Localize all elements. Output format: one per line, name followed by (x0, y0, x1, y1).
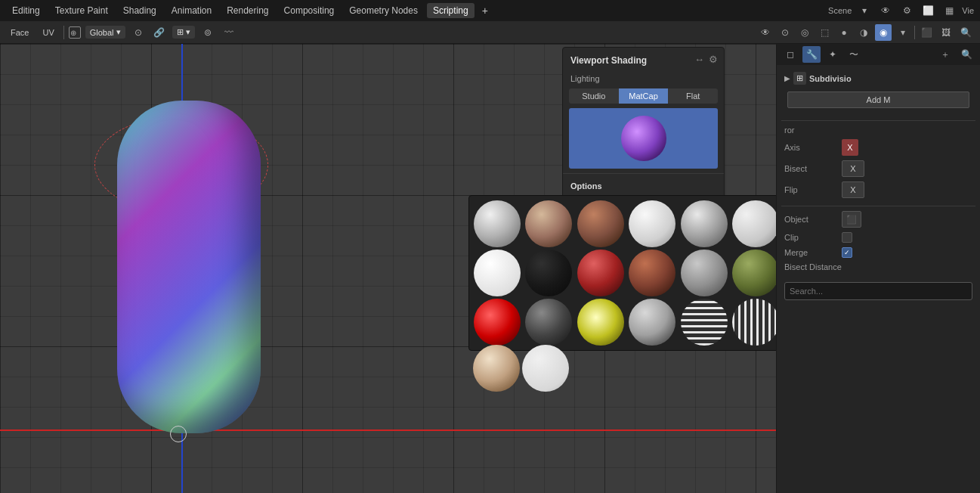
merge-checkbox[interactable]: ✓ (842, 247, 852, 258)
menu-add-button[interactable]: + (478, 2, 493, 19)
add-modifier-button[interactable]: Add M (787, 91, 969, 108)
snap-dropdown[interactable]: ⊞▾ (172, 26, 195, 39)
matcap-ball-21[interactable] (473, 345, 520, 392)
bisect-value[interactable]: X (842, 160, 864, 177)
matcap-ball-7[interactable] (474, 250, 521, 296)
matcap-row-4 (473, 345, 569, 392)
menu-scripting[interactable]: Scripting (427, 3, 475, 18)
gizmo-icon[interactable]: ◎ (796, 24, 813, 41)
matcap-ball-18[interactable] (681, 299, 728, 346)
add-modifier-icon[interactable]: ＋ (936, 46, 954, 63)
matcap-ball-3[interactable] (629, 200, 675, 247)
search-toolbar[interactable]: 🔍 (957, 24, 974, 41)
bisect-row: Bisect X (781, 159, 975, 178)
snap-icon[interactable]: 🔗 (151, 24, 168, 41)
matcap-ball-11[interactable] (681, 250, 728, 296)
shading-rendered[interactable]: ◉ (875, 24, 892, 41)
matcap-ball-8[interactable] (525, 250, 572, 296)
3d-object-container (117, 101, 268, 448)
pivot-icon[interactable]: ⊙ (130, 24, 147, 41)
matcap-ball-15[interactable] (525, 299, 572, 346)
view-icon[interactable]: 👁 (877, 2, 894, 19)
viewport-overlay-icon[interactable]: ⊙ (777, 24, 793, 41)
matcap-ball-12[interactable] (732, 250, 776, 296)
matcap-preview[interactable] (569, 108, 718, 169)
subdivision-header[interactable]: ▶ ⊞ Subdivisio (781, 70, 975, 87)
scene-dropdown[interactable]: ▾ (856, 2, 873, 19)
right-panel-action-icons: ＋ 🔍 (936, 46, 975, 63)
menu-compositing[interactable]: Compositing (278, 3, 341, 18)
shading-material[interactable]: ◑ (855, 24, 872, 41)
flip-value[interactable]: X (842, 181, 864, 198)
shading-arrows-icon[interactable]: ↔ (694, 54, 704, 65)
view-options[interactable]: 👁 (757, 24, 774, 41)
menu-rendering[interactable]: Rendering (221, 3, 274, 18)
matcap-ball-19[interactable] (732, 299, 776, 346)
menu-shading[interactable]: Shading (117, 3, 162, 18)
matcap-preview-ball (621, 116, 666, 161)
matcap-ball-5[interactable] (732, 200, 776, 247)
viewport-shading-dropdown[interactable]: ▾ (895, 24, 911, 41)
subdivision-section: ▶ ⊞ Subdivisio Add M (781, 70, 975, 114)
search-modifier-icon[interactable]: 🔍 (957, 46, 975, 63)
shading-tabs: Studio MatCap Flat (569, 88, 718, 104)
flip-label: Flip (784, 185, 837, 194)
shading-solid[interactable]: ● (836, 24, 852, 41)
matcap-ball-1[interactable] (525, 200, 572, 247)
matcap-ball-14[interactable] (474, 299, 521, 346)
settings-icon[interactable]: ⚙ (898, 2, 915, 19)
object-icon[interactable]: ⬛ (842, 211, 861, 228)
matcap-ball-22[interactable] (522, 345, 569, 392)
matcap-ball-17[interactable] (629, 299, 675, 346)
shading-wire[interactable]: ⬚ (816, 24, 833, 41)
viewport[interactable]: Viewport Shading ↔ ⚙ Lighting Studio Mat… (0, 44, 776, 493)
tab-matcap[interactable]: MatCap (619, 88, 669, 104)
add-modifier-row: Add M (784, 90, 972, 110)
particle-icon[interactable]: ✦ (824, 46, 842, 63)
clip-checkbox[interactable] (842, 232, 852, 243)
subdiv-checkbox-icon[interactable]: ⊞ (793, 72, 806, 85)
merge-checkmark: ✓ (844, 249, 850, 256)
transform-orientation-icon[interactable]: ⊕ (69, 26, 81, 39)
matcap-ball-10[interactable] (629, 250, 675, 296)
mesh-object[interactable] (117, 101, 261, 433)
layout-icon[interactable]: ▦ (941, 2, 957, 19)
shading-panel-icons: ↔ ⚙ (694, 54, 718, 65)
matcap-ball-9[interactable] (577, 250, 624, 296)
clip-label: Clip (784, 233, 837, 242)
toolbar-uv[interactable]: UV (38, 26, 58, 39)
subdivision-collapse-icon: ▶ (784, 74, 790, 82)
tab-flat[interactable]: Flat (668, 88, 718, 104)
matcap-ball-2[interactable] (577, 200, 624, 247)
modifier-icon[interactable]: 🔧 (802, 46, 821, 63)
falloff-icon[interactable]: 〰 (221, 24, 237, 41)
matcap-ball-4[interactable] (681, 200, 728, 247)
flip-row: Flip X (781, 180, 975, 200)
global-dropdown[interactable]: Global ▾ (85, 26, 125, 39)
matcap-ball-0[interactable] (474, 200, 521, 247)
window-icon[interactable]: ⬜ (920, 2, 936, 19)
object-context-icon[interactable]: ◻ (781, 46, 799, 63)
proportional-icon[interactable]: ⊚ (199, 24, 216, 41)
right-panel-content: ▶ ⊞ Subdivisio Add M ror Axis X (777, 65, 980, 493)
tab-studio[interactable]: Studio (569, 88, 619, 104)
image-icon[interactable]: 🖼 (938, 24, 954, 41)
axis-x-button[interactable]: X (842, 139, 858, 156)
toolbar-right: 👁 ⊙ ◎ ⬚ ● ◑ ◉ ▾ ⬛ 🖼 🔍 (757, 24, 974, 41)
menu-geometry-nodes[interactable]: Geometry Nodes (343, 3, 424, 18)
menu-texture-paint[interactable]: Texture Paint (49, 3, 114, 18)
physics-icon[interactable]: 〜 (845, 46, 863, 63)
toolbar: Face UV ⊕ Global ▾ ⊙ 🔗 ⊞▾ ⊚ 〰 👁 ⊙ ◎ ⬚ ● … (0, 21, 980, 44)
matcap-ball-16[interactable] (577, 299, 624, 346)
toolbar-face[interactable]: Face (6, 26, 33, 39)
layout-toggle[interactable]: ⬛ (918, 24, 935, 41)
modifier-search[interactable] (784, 282, 972, 300)
view-label: Vie (962, 6, 974, 15)
section-divider (781, 120, 975, 121)
menu-animation[interactable]: Animation (165, 3, 218, 18)
bisect-distance-row: Bisect Distance (781, 261, 975, 273)
scene-label: Scene (828, 6, 852, 15)
menu-editing[interactable]: Editing (6, 3, 46, 18)
toolbar-separator-1 (63, 26, 64, 39)
shading-gear-icon[interactable]: ⚙ (709, 54, 718, 65)
